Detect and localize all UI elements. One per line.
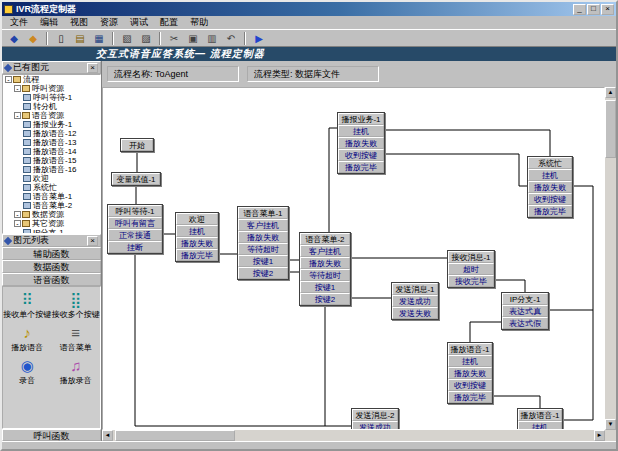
node-title[interactable]: 开始 [121,139,153,151]
tree-item[interactable]: 系统忙 [3,183,100,192]
node-title[interactable]: 接收消息-1 [448,251,494,263]
menu-item-帮助[interactable]: 帮助 [184,16,214,29]
node-title[interactable]: 呼叫等待-1 [108,205,162,217]
scroll-up-icon[interactable] [605,87,616,98]
palette-item-接收单个按键[interactable]: ⠿接收单个按键 [3,291,52,319]
vertical-scrollbar[interactable] [605,87,616,430]
tree-item[interactable]: 播放语音-16 [3,165,100,174]
flow-node-播放语音-1[interactable]: 播放语音-1挂机播放失败收到按键播放完毕 [447,342,493,404]
tree-item[interactable]: 播放语音-14 [3,147,100,156]
save-icon[interactable]: ▦ [90,31,108,46]
node-title[interactable]: 播报业务-1 [338,113,384,125]
tree-item[interactable]: 语音菜单-1 [3,192,100,201]
flow-node-呼叫等待-1[interactable]: 呼叫等待-1呼叫有留言正常接通挂断 [107,204,163,254]
palette-group-数据函数[interactable]: 数据函数 [2,260,101,273]
node-port-超时[interactable]: 超时 [448,263,494,275]
node-title[interactable]: 发送消息-2 [352,409,398,421]
flow-node-IP分支-1[interactable]: IP分支-1表达式真表达式假 [501,292,549,330]
node-port-等待超时[interactable]: 等待超时 [238,243,288,255]
flow-node-发送消息-2[interactable]: 发送消息-2发送成功发送失败 [351,408,399,430]
palette-item-语音菜单[interactable]: ≡语音菜单 [52,324,101,352]
horizontal-scrollbar[interactable] [102,430,605,441]
vscroll-track[interactable] [605,98,616,419]
node-port-正常接通[interactable]: 正常接通 [108,229,162,241]
maximize-button[interactable]: □ [587,4,600,15]
node-port-收到按键[interactable]: 收到按键 [448,379,492,391]
node-port-播放失败[interactable]: 播放失败 [238,231,288,243]
node-port-播放失败[interactable]: 播放失败 [448,367,492,379]
node-port-挂机[interactable]: 挂机 [448,355,492,367]
tree-item[interactable]: -其它资源 [3,219,100,228]
node-port-播放失败[interactable]: 播放失败 [528,181,572,193]
palette-item-录音[interactable]: ◉录音 [3,357,52,385]
node-port-等待超时[interactable]: 等待超时 [300,269,350,281]
settings-icon[interactable]: ▨ [137,31,155,46]
menu-item-文件[interactable]: 文件 [4,16,34,29]
tree-item[interactable]: 语音菜单-2 [3,201,100,210]
node-title[interactable]: 播放语音-1 [448,343,492,355]
scroll-right-icon[interactable] [594,430,605,441]
menu-item-视图[interactable]: 视图 [64,16,94,29]
palette-item-播放录音[interactable]: ♫播放录音 [52,357,101,385]
node-port-呼叫有留言[interactable]: 呼叫有留言 [108,217,162,229]
node-port-播放完毕[interactable]: 播放完毕 [176,249,218,261]
cut-icon[interactable]: ✂ [165,31,183,46]
tree-toggle-icon[interactable]: - [14,112,21,119]
tree-item[interactable]: 转分机 [3,102,100,111]
run-icon[interactable]: ▶ [250,31,268,46]
node-port-客户挂机[interactable]: 客户挂机 [300,245,350,257]
flow-node-系统忙[interactable]: 系统忙挂机播放失败收到按键播放完毕 [527,156,573,218]
undo-icon[interactable]: ↶ [222,31,240,46]
open-icon[interactable]: ▤ [71,31,89,46]
tree-item[interactable]: 播放语音-13 [3,138,100,147]
node-title[interactable]: 系统忙 [528,157,572,169]
node-title[interactable]: 语音菜单-2 [300,233,350,245]
menu-item-调试[interactable]: 调试 [124,16,154,29]
flow-node-欢迎[interactable]: 欢迎挂机播放失败播放完毕 [175,212,219,262]
node-port-播放完毕[interactable]: 播放完毕 [528,205,572,217]
node-title[interactable]: 发送消息-1 [392,283,438,295]
node-port-收到按键[interactable]: 收到按键 [338,149,384,161]
node-port-发送成功[interactable]: 发送成功 [392,295,438,307]
tree-item[interactable]: 播放语音-12 [3,129,100,138]
flow-name-field[interactable]: 流程名称: ToAgent [107,66,239,82]
node-port-播放完毕[interactable]: 播放完毕 [338,161,384,173]
node-port-表达式真[interactable]: 表达式真 [502,305,548,317]
new-icon[interactable]: ▯ [52,31,70,46]
paste-icon[interactable]: ▥ [203,31,221,46]
flow-node-语音菜单-2[interactable]: 语音菜单-2客户挂机播放失败等待超时按键1按键2 [299,232,351,306]
node-port-发送失败[interactable]: 发送失败 [392,307,438,319]
scroll-down-icon[interactable] [605,419,616,430]
copy-icon[interactable]: ▣ [184,31,202,46]
print-icon[interactable]: ▧ [118,31,136,46]
palette-group-语音函数[interactable]: 语音函数 [2,273,101,286]
node-port-按键2[interactable]: 按键2 [300,293,350,305]
node-port-挂机[interactable]: 挂机 [528,169,572,181]
vscroll-thumb[interactable] [605,100,616,158]
tree-item[interactable]: 欢迎 [3,174,100,183]
tree-item[interactable]: 播放语音-15 [3,156,100,165]
node-port-按键2[interactable]: 按键2 [238,267,288,279]
node-port-按键1[interactable]: 按键1 [238,255,288,267]
node-port-挂机[interactable]: 挂机 [176,225,218,237]
node-port-接收完毕[interactable]: 接收完毕 [448,275,494,287]
tree-item[interactable]: -呼叫资源 [3,84,100,93]
tree-toggle-icon[interactable]: - [14,211,21,218]
flow-node-开始[interactable]: 开始 [120,138,154,152]
node-title[interactable]: IP分支-1 [502,293,548,305]
tree-toggle-icon[interactable]: - [5,76,12,83]
palette-item-播放语音[interactable]: ♪播放语音 [3,324,52,352]
existing-panel-close-icon[interactable]: × [87,63,98,73]
node-port-挂断[interactable]: 挂断 [108,241,162,253]
node-port-发送成功[interactable]: 发送成功 [352,421,398,430]
flow-canvas[interactable]: 开始变量赋值-1呼叫等待-1呼叫有留言正常接通挂断欢迎挂机播放失败播放完毕语音菜… [102,87,605,430]
scroll-left-icon[interactable] [102,430,113,441]
tree-item[interactable]: -流程 [3,75,100,84]
menu-item-资源[interactable]: 资源 [94,16,124,29]
palette-item-接收多个按键[interactable]: ⣿接收多个按键 [52,291,101,319]
close-button[interactable]: × [601,4,614,15]
flow-node-发送消息-1[interactable]: 发送消息-1发送成功发送失败 [391,282,439,320]
node-port-挂机[interactable]: 挂机 [518,421,562,430]
node-port-按键1[interactable]: 按键1 [300,281,350,293]
flow-type-field[interactable]: 流程类型: 数据库文件 [247,66,379,82]
